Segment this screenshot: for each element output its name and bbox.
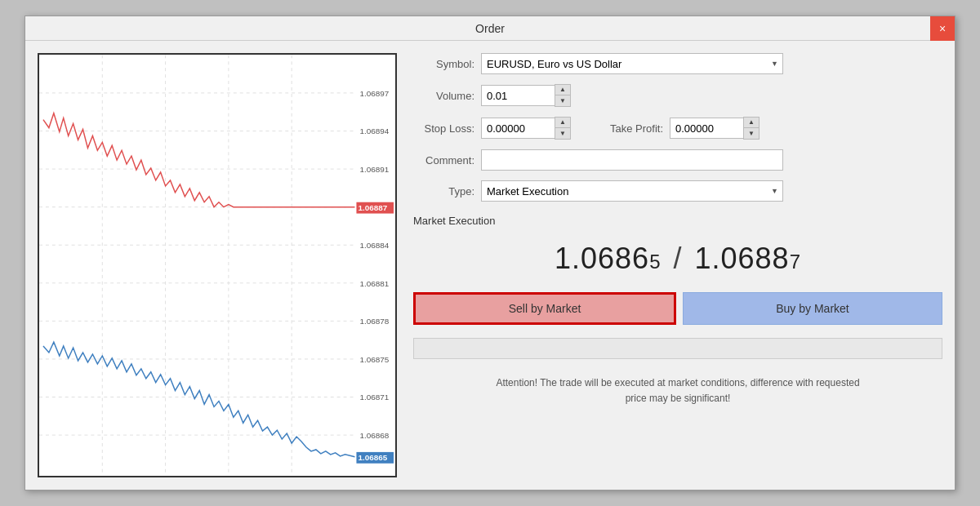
take-profit-spin-buttons: ▲ ▼ [743,117,760,140]
execution-label: Market Execution [413,215,942,227]
attention-text: Attention! The trade will be executed at… [413,375,942,406]
volume-spinbox: ▲ ▼ [481,84,571,107]
take-profit-spin-down[interactable]: ▼ [744,128,759,139]
symbol-label: Symbol: [413,58,474,70]
order-window: Order × [24,16,956,490]
volume-label: Volume: [413,90,474,102]
stop-loss-label: Stop Loss: [413,122,474,135]
stop-loss-input[interactable] [481,118,555,139]
right-panel: Symbol: EURUSD, Euro vs US Dollar Volume… [413,53,942,477]
svg-text:1.06894: 1.06894 [359,126,389,135]
take-profit-label: Take Profit: [594,122,663,135]
ask-price-main: 1.0688 [695,242,790,275]
window-body: 1.06897 1.06894 1.06891 1.06887 1.06884 … [25,41,955,490]
comment-label: Comment: [413,154,474,166]
volume-spin-buttons: ▲ ▼ [555,84,571,107]
type-select-wrapper: Market Execution [481,180,783,202]
type-label: Type: [413,185,474,198]
stop-loss-spinbox: ▲ ▼ [481,117,571,140]
volume-spin-down[interactable]: ▼ [555,95,570,106]
symbol-row: Symbol: EURUSD, Euro vs US Dollar [413,53,942,74]
volume-input[interactable] [481,85,555,106]
svg-text:1.06891: 1.06891 [359,165,389,174]
price-chart: 1.06897 1.06894 1.06891 1.06887 1.06884 … [39,55,395,476]
stop-loss-spin-buttons: ▲ ▼ [555,117,571,140]
svg-text:1.06875: 1.06875 [359,355,389,364]
volume-row: Volume: ▲ ▼ [413,84,942,107]
action-buttons-row: Sell by Market Buy by Market [413,292,942,325]
comment-input[interactable] [481,149,783,171]
type-row: Type: Market Execution [413,180,942,202]
title-bar: Order × [25,16,955,41]
stoploss-takeprofit-row: Stop Loss: ▲ ▼ Take Profit: ▲ ▼ [413,117,942,140]
symbol-select[interactable]: EURUSD, Euro vs US Dollar [481,53,783,74]
sell-button[interactable]: Sell by Market [413,292,676,325]
svg-text:1.06868: 1.06868 [359,431,389,440]
svg-text:1.06897: 1.06897 [359,89,389,98]
svg-text:1.06881: 1.06881 [359,279,389,288]
buy-button[interactable]: Buy by Market [683,292,942,325]
take-profit-spin-up[interactable]: ▲ [744,118,759,128]
chart-area: 1.06897 1.06894 1.06891 1.06887 1.06884 … [38,53,397,477]
svg-text:1.06878: 1.06878 [359,317,389,326]
svg-text:1.06865: 1.06865 [358,453,387,462]
comment-row: Comment: [413,149,942,171]
take-profit-input[interactable] [670,118,743,139]
take-profit-spinbox: ▲ ▼ [670,117,760,140]
stop-loss-spin-down[interactable]: ▼ [555,128,570,139]
svg-text:1.06871: 1.06871 [359,393,389,402]
bid-price-small: 5 [649,251,661,273]
price-display: 1.06865 / 1.06887 [413,242,942,276]
ask-price-small: 7 [790,251,801,273]
type-select[interactable]: Market Execution [481,180,783,202]
svg-text:1.06887: 1.06887 [358,203,387,212]
stop-loss-spin-up[interactable]: ▲ [555,118,570,128]
volume-spin-up[interactable]: ▲ [555,85,570,95]
expiry-bar [413,338,942,359]
window-title: Order [475,22,505,35]
svg-text:1.06884: 1.06884 [359,241,389,250]
symbol-select-wrapper: EURUSD, Euro vs US Dollar [481,53,783,74]
bid-price-main: 1.0686 [555,242,649,275]
price-separator: / [674,242,692,275]
close-button[interactable]: × [930,16,955,41]
